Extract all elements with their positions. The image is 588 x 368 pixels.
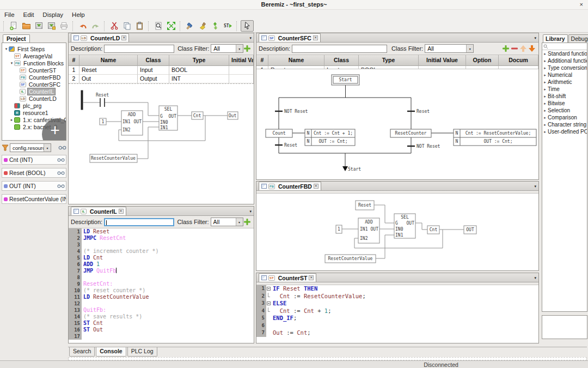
expand-arrow-icon[interactable]: ▸ (542, 130, 548, 134)
project-panel-tab[interactable]: Project (3, 34, 30, 43)
save-as-button[interactable] (45, 20, 58, 32)
cut-button[interactable] (108, 20, 121, 32)
add-variable-button[interactable] (501, 44, 510, 53)
close-icon[interactable]: ✕ (309, 275, 314, 280)
fold-box-icon[interactable] (267, 301, 271, 305)
watch-glasses-icon[interactable] (57, 184, 65, 188)
ld-variable-cnt[interactable]: Cnt (192, 112, 203, 119)
code-line[interactable]: 12 (69, 300, 254, 307)
description-input[interactable] (292, 45, 387, 53)
code-line[interactable]: 6ADD 1 (69, 261, 254, 268)
close-icon[interactable]: ✕ (119, 209, 124, 214)
code-line[interactable]: 5LD Cnt (69, 255, 254, 261)
chevron-down-icon[interactable]: ▾ (466, 45, 473, 52)
code-line[interactable]: 13QuitFb: (69, 307, 254, 313)
sfc-transition-reset-right[interactable]: Reset (407, 109, 430, 114)
chevron-down-icon[interactable]: ▾ (236, 45, 243, 52)
fbd-add-block[interactable]: ADD IN1 OUT IN2 (358, 218, 379, 243)
tree-item-countersfc[interactable]: SFCounterSFC (2, 81, 66, 88)
tree-item-counteril[interactable]: ILCounterIL (2, 88, 66, 95)
fbd-constant-1[interactable]: 1 (336, 225, 342, 233)
library-item-character-string[interactable]: ▸Character string (542, 121, 587, 128)
code-line[interactable]: 17 (69, 333, 254, 340)
code-line[interactable]: 10(* reset counter *) (69, 287, 254, 294)
table-cell[interactable]: Output (138, 75, 169, 83)
panel-menu-icon[interactable]: ▾ (249, 36, 252, 40)
expand-arrow-icon[interactable]: ▸ (542, 59, 548, 63)
expand-arrow-icon[interactable]: ▸ (542, 108, 548, 113)
add-variable-button[interactable] (243, 218, 252, 226)
counterfbd-canvas[interactable]: Reset 1 ADD IN1 OUT IN2 SEL G OUT IN0 IN… (256, 194, 538, 270)
code-line[interactable]: 1LD Reset (69, 228, 254, 235)
code-line[interactable]: 4(* increment counter *) (69, 248, 254, 255)
fold-box-icon[interactable] (267, 287, 271, 291)
fit-zoom-button[interactable] (165, 20, 177, 32)
tree-item-plc-prg[interactable]: plc_prg (2, 102, 66, 109)
ld-constant-1[interactable]: 1 (100, 118, 106, 125)
print-button[interactable] (58, 20, 70, 32)
code-line[interactable]: 5END_IF; (256, 315, 538, 322)
collapse-arrow-icon[interactable]: ▾ (4, 47, 9, 51)
counterst-code-editor[interactable]: 1IF Reset THEN2 Cnt := ResetCounterValue… (256, 285, 538, 342)
code-line[interactable]: 3 (69, 242, 254, 248)
add-variable-button[interactable] (243, 44, 252, 53)
ld-sel-block[interactable]: SEL G OUT IN0 IN1 (159, 106, 177, 130)
code-line[interactable]: 3ELSE (256, 300, 538, 307)
class-filter-select[interactable]: All ▾ (211, 218, 243, 226)
move-down-button[interactable] (528, 44, 536, 53)
debug-variable-out[interactable]: OUT (INT) (2, 181, 66, 191)
fbd-variable-cnt[interactable]: Cnt (427, 226, 439, 234)
tab-debugger[interactable]: Debugger (568, 34, 588, 43)
table-cell[interactable]: Input (138, 66, 169, 75)
tab-counterfbd[interactable]: FB CounterFBD ✕ (259, 182, 321, 190)
clean-button[interactable] (197, 20, 209, 32)
sfc-transition-not-reset-below[interactable]: NOT Reset (407, 144, 440, 149)
sfc-action-block-resetcounter[interactable]: N Cnt := ResetCounterValue; N OUT := Cnt… (454, 129, 536, 146)
expand-arrow-icon[interactable]: ▸ (542, 87, 548, 92)
debug-variable-cnt[interactable]: Cnt (INT) (2, 155, 66, 165)
code-line[interactable]: 7Out := Cnt; (256, 329, 538, 337)
tree-item-function-blocks[interactable]: ▾FBFunction Blocks (2, 59, 66, 67)
tree-item-counterld[interactable]: LDCounterLD (2, 95, 66, 102)
generate-code-button[interactable]: ST (222, 20, 234, 32)
expand-arrow-icon[interactable]: ▸ (9, 118, 14, 122)
tab-counteril[interactable]: IL CounterIL ✕ (71, 207, 126, 215)
search-button[interactable] (152, 20, 165, 32)
panel-menu-icon[interactable]: ▾ (249, 209, 252, 214)
close-icon[interactable]: ✕ (313, 35, 318, 40)
sfc-step-start[interactable]: Start (332, 75, 359, 85)
code-line[interactable]: 2JMPC ResetCnt (69, 235, 254, 242)
fold-marker-icon[interactable] (266, 300, 271, 307)
build-button[interactable] (184, 20, 197, 32)
fbd-variable-reset[interactable]: Reset (356, 201, 374, 210)
close-icon[interactable]: ✕ (314, 184, 318, 189)
sfc-transition-reset-below-count[interactable]: Reset (275, 143, 297, 148)
tab-countersfc[interactable]: SF CounterSFC ✕ (259, 33, 321, 42)
ld-contact-reset[interactable]: Reset (96, 93, 109, 107)
tree-item-first-steps[interactable]: ▾First Steps (2, 45, 66, 52)
library-item-bitwise[interactable]: ▸Bitwise (542, 100, 587, 107)
chevron-down-icon[interactable]: ▾ (236, 218, 243, 226)
expand-arrow-icon[interactable]: ▸ (542, 123, 548, 127)
panel-menu-icon[interactable]: ▾ (534, 276, 536, 280)
open-button[interactable] (20, 20, 33, 32)
move-up-button[interactable] (519, 44, 528, 53)
undo-button[interactable] (77, 20, 89, 32)
code-line[interactable]: 16ST Out (69, 327, 254, 333)
tree-item-counterfbd[interactable]: FBCounterFBD (2, 74, 66, 81)
library-search-box[interactable] (542, 43, 587, 50)
expand-arrow-icon[interactable]: ▸ (542, 80, 548, 85)
transfer-button[interactable] (209, 20, 222, 32)
tab-counterst[interactable]: ST CounterST ✕ (259, 273, 316, 282)
sfc-transition-not-reset-left[interactable]: NOT Reset (275, 109, 308, 114)
class-filter-select[interactable]: All ▾ (211, 44, 243, 53)
library-item-standard-function[interactable]: ▸Standard function (542, 50, 587, 57)
table-row[interactable]: 2OutOutputINT (69, 75, 254, 83)
code-line[interactable]: 15ST Cnt (69, 320, 254, 327)
menu-item-help[interactable]: Help (68, 10, 89, 20)
remove-variable-button[interactable] (510, 44, 519, 53)
ld-power-rail[interactable] (81, 91, 83, 110)
sfc-step-count[interactable]: Count (266, 129, 292, 137)
table-cell[interactable]: 2 (69, 75, 79, 83)
collapse-arrow-icon[interactable]: ▾ (9, 61, 14, 65)
